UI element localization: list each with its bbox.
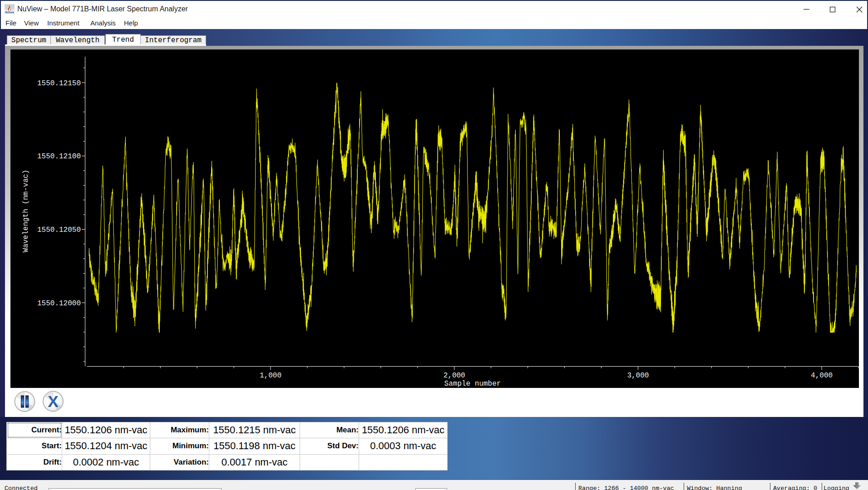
svg-text:Wavelength (nm-vac): Wavelength (nm-vac)	[22, 170, 30, 252]
svg-text:1,000: 1,000	[260, 372, 281, 380]
svg-text:1550.12100: 1550.12100	[37, 152, 81, 161]
svg-text:X: X	[48, 392, 59, 410]
svg-text:1550.12050: 1550.12050	[37, 226, 81, 234]
svg-text:NuView: NuView	[5, 11, 14, 14]
svg-text:4,000: 4,000	[811, 372, 833, 380]
svg-text:1550.12000: 1550.12000	[37, 299, 81, 308]
svg-text:Sample number: Sample number	[444, 380, 501, 388]
svg-text:1550.12150: 1550.12150	[37, 79, 81, 88]
svg-text:3,000: 3,000	[627, 372, 649, 380]
svg-text:2,000: 2,000	[444, 372, 465, 380]
